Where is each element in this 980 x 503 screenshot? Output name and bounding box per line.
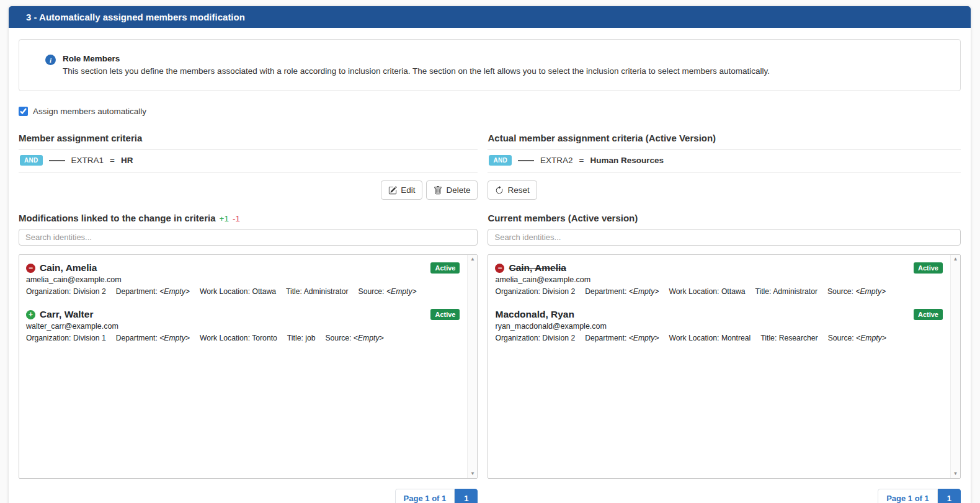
member-head: Macdonald, Ryan Active bbox=[495, 309, 943, 320]
member-row: + Carr, Walter Active walter_carr@exampl… bbox=[20, 308, 466, 342]
added-member-icon: + bbox=[26, 310, 35, 319]
info-box-description: This section lets you define the members… bbox=[63, 66, 770, 76]
reset-icon bbox=[495, 186, 504, 195]
scrollbar[interactable]: ▲ ▼ bbox=[950, 255, 960, 478]
status-badge: Active bbox=[430, 309, 460, 320]
assign-members-checkbox[interactable] bbox=[19, 107, 28, 116]
member-detail: Department: <Empty> bbox=[116, 287, 190, 296]
modifications-search-input[interactable] bbox=[19, 229, 478, 246]
info-box-title: Role Members bbox=[63, 54, 770, 63]
scroll-down-icon[interactable]: ▼ bbox=[953, 471, 958, 476]
member-name: Cain, Amelia bbox=[40, 262, 97, 274]
member-detail: Source: <Empty> bbox=[325, 334, 383, 342]
member-detail: Department: <Empty> bbox=[585, 287, 659, 296]
removed-member-icon: − bbox=[26, 264, 35, 273]
scroll-up-icon[interactable]: ▲ bbox=[953, 257, 958, 262]
criteria-attribute: EXTRA1 bbox=[71, 156, 104, 165]
status-badge: Active bbox=[430, 262, 460, 274]
edit-button-label: Edit bbox=[401, 185, 415, 195]
column-current-members: Actual member assignment criteria (Activ… bbox=[488, 133, 961, 503]
criteria-equals: = bbox=[110, 156, 115, 165]
panel-title: 3 - Automatically assigned members modif… bbox=[26, 12, 245, 22]
member-detail: Title: Administrator bbox=[755, 287, 817, 296]
current-members-list: − Cain, Amelia Active amelia_cain@exampl… bbox=[488, 254, 961, 479]
member-name: Macdonald, Ryan bbox=[495, 309, 574, 320]
panel-body: i Role Members This section lets you def… bbox=[9, 28, 971, 503]
assign-members-label: Assign members automatically bbox=[33, 107, 146, 116]
member-criteria-rule: AND EXTRA1 = HR bbox=[19, 149, 478, 172]
page-1-button[interactable]: 1 bbox=[938, 489, 961, 503]
edit-button[interactable]: Edit bbox=[381, 180, 422, 200]
scroll-up-icon[interactable]: ▲ bbox=[470, 257, 475, 262]
columns: Member assignment criteria AND EXTRA1 = … bbox=[19, 133, 961, 503]
removed-member-icon: − bbox=[495, 264, 504, 273]
member-detail: Department: <Empty> bbox=[116, 334, 190, 342]
member-detail: Title: Researcher bbox=[760, 334, 817, 342]
and-operator-badge: AND bbox=[489, 155, 512, 166]
actual-criteria-rule: AND EXTRA2 = Human Resources bbox=[488, 149, 961, 172]
member-criteria-title: Member assignment criteria bbox=[19, 133, 478, 149]
member-detail: Work Location: Montreal bbox=[669, 334, 751, 342]
criteria-value: HR bbox=[121, 156, 133, 165]
criteria-equals: = bbox=[579, 156, 584, 165]
and-operator-badge: AND bbox=[20, 155, 43, 166]
actual-criteria-actions: Reset bbox=[488, 180, 961, 200]
member-row: − Cain, Amelia Active amelia_cain@exampl… bbox=[489, 261, 950, 296]
scroll-down-icon[interactable]: ▼ bbox=[470, 471, 475, 476]
modifications-list: − Cain, Amelia Active amelia_cain@exampl… bbox=[19, 254, 478, 479]
page-status-label: Page 1 of 1 bbox=[878, 489, 938, 503]
scrollbar[interactable]: ▲ ▼ bbox=[467, 255, 477, 478]
member-detail: Work Location: Ottawa bbox=[200, 287, 276, 296]
member-head: − Cain, Amelia Active bbox=[26, 262, 460, 274]
member-detail: Source: <Empty> bbox=[359, 287, 417, 296]
member-detail: Organization: Division 1 bbox=[26, 334, 106, 342]
current-members-title-text: Current members (Active version) bbox=[488, 213, 638, 223]
delete-button[interactable]: Delete bbox=[426, 180, 478, 200]
modifications-pagination: Page 1 of 1 1 bbox=[19, 489, 478, 503]
page-status-label: Page 1 of 1 bbox=[395, 489, 455, 503]
panel-header: 3 - Automatically assigned members modif… bbox=[9, 6, 971, 28]
added-count: +1 bbox=[220, 214, 229, 223]
criteria-attribute: EXTRA2 bbox=[540, 156, 573, 165]
page-1-button[interactable]: 1 bbox=[455, 489, 478, 503]
member-name: Carr, Walter bbox=[40, 309, 93, 320]
member-email: amelia_cain@example.com bbox=[26, 275, 460, 284]
edit-icon bbox=[388, 186, 397, 195]
current-members-pagination: Page 1 of 1 1 bbox=[488, 489, 961, 503]
member-details: Organization: Division 2Department: <Emp… bbox=[495, 334, 943, 342]
modifications-title: Modifications linked to the change in cr… bbox=[19, 213, 478, 223]
reset-button[interactable]: Reset bbox=[488, 180, 537, 200]
info-box: i Role Members This section lets you def… bbox=[19, 39, 961, 91]
member-name: Cain, Amelia bbox=[509, 262, 566, 274]
trash-icon bbox=[434, 186, 442, 195]
member-detail: Organization: Division 2 bbox=[26, 287, 106, 296]
member-email: walter_carr@example.com bbox=[26, 322, 460, 331]
removed-count: -1 bbox=[233, 214, 240, 223]
assign-members-row[interactable]: Assign members automatically bbox=[19, 107, 146, 116]
modifications-title-text: Modifications linked to the change in cr… bbox=[19, 213, 216, 223]
member-detail: Organization: Division 2 bbox=[495, 287, 575, 296]
member-row: Macdonald, Ryan Active ryan_macdonald@ex… bbox=[489, 308, 950, 342]
automatic-members-panel: 3 - Automatically assigned members modif… bbox=[9, 6, 971, 503]
current-members-title: Current members (Active version) bbox=[488, 213, 961, 223]
info-icon: i bbox=[45, 55, 56, 65]
criteria-branch-line bbox=[518, 160, 534, 161]
member-detail: Source: <Empty> bbox=[827, 287, 886, 296]
info-box-text: Role Members This section lets you defin… bbox=[63, 54, 770, 76]
modifications-list-content: − Cain, Amelia Active amelia_cain@exampl… bbox=[20, 256, 466, 478]
member-detail: Work Location: Toronto bbox=[200, 334, 277, 342]
member-detail: Title: job bbox=[287, 334, 316, 342]
current-members-list-content: − Cain, Amelia Active amelia_cain@exampl… bbox=[489, 256, 950, 478]
pagination-group: Page 1 of 1 1 bbox=[395, 489, 478, 503]
delete-button-label: Delete bbox=[446, 185, 470, 195]
current-members-search-input[interactable] bbox=[488, 229, 961, 246]
pagination-group: Page 1 of 1 1 bbox=[878, 489, 961, 503]
status-badge: Active bbox=[914, 309, 943, 320]
member-email: amelia_cain@example.com bbox=[495, 275, 943, 284]
member-details: Organization: Division 2Department: <Emp… bbox=[495, 287, 943, 296]
member-detail: Title: Administrator bbox=[286, 287, 348, 296]
reset-button-label: Reset bbox=[507, 185, 529, 195]
member-details: Organization: Division 2Department: <Emp… bbox=[26, 287, 460, 296]
member-row: − Cain, Amelia Active amelia_cain@exampl… bbox=[20, 261, 466, 296]
member-head: − Cain, Amelia Active bbox=[495, 262, 943, 274]
